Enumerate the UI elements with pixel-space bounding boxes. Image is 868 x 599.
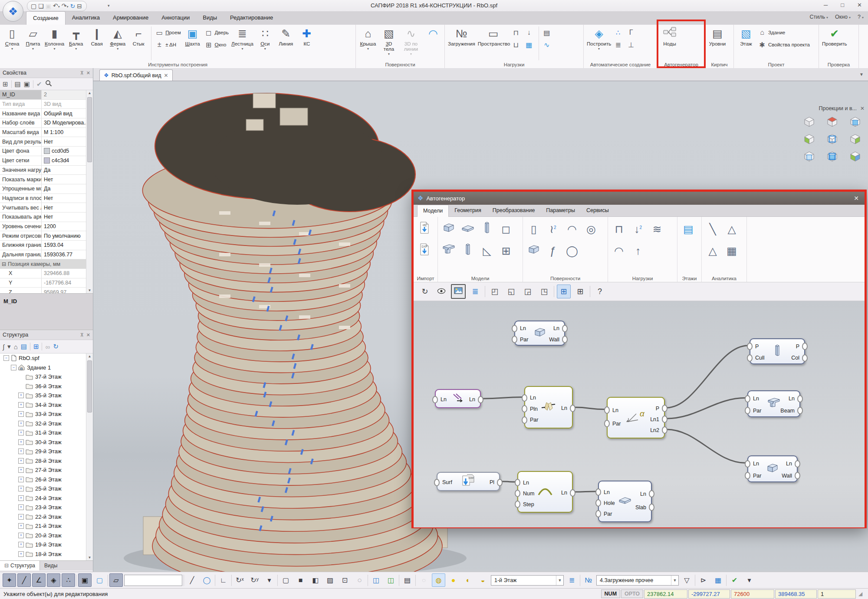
ribbon-button-Дверь[interactable]: ◻Дверь xyxy=(204,27,229,38)
image-icon[interactable] xyxy=(451,284,466,299)
app-logo[interactable]: ❖ xyxy=(3,1,23,22)
close-icon[interactable]: ✕ xyxy=(86,332,90,338)
apply-icon[interactable]: ✔ xyxy=(36,80,42,88)
input-port-Ln[interactable] xyxy=(512,325,517,332)
snap-line-icon[interactable]: ╱ xyxy=(17,573,31,587)
clip-plane-icon[interactable]: ◫ xyxy=(384,573,398,587)
revolve-icon[interactable]: ◎ xyxy=(582,219,600,239)
analytic-tri-icon[interactable]: △ xyxy=(723,219,741,239)
property-value[interactable]: Да xyxy=(42,166,87,175)
ribbon-button-vehicle-load-icon[interactable]: ▦ xyxy=(525,39,535,50)
close-icon[interactable]: ✕ xyxy=(852,195,861,202)
autogenerator-title-bar[interactable]: ❖ Автогенератор ✕ xyxy=(414,192,865,205)
layout-grid-filled-icon[interactable]: ⊞ xyxy=(557,285,571,298)
collapse-icon[interactable]: − xyxy=(11,365,16,370)
property-value[interactable]: По умолчанию xyxy=(42,231,87,240)
tree-item-23-й Этаж[interactable]: +23-й Этаж xyxy=(0,503,93,512)
add-frame-icon[interactable]: ⊞ xyxy=(33,343,39,350)
ribbon-button-Лестница[interactable]: ≣Лестница▾ xyxy=(230,26,255,51)
expand-icon[interactable]: + xyxy=(18,458,24,464)
expand-icon[interactable]: + xyxy=(18,411,24,417)
panel-tab-Виды[interactable]: Виды xyxy=(40,561,62,570)
qat-more-icon[interactable]: ▾ xyxy=(108,3,110,8)
box-icon[interactable] xyxy=(525,241,543,260)
point-load-icon[interactable]: ↓2 xyxy=(629,219,647,239)
view-tab[interactable]: ❖ RbO.spf:Общий вид ✕ xyxy=(99,69,173,81)
left-view-icon[interactable] xyxy=(803,133,815,147)
scroll-thumb[interactable] xyxy=(87,97,92,162)
analytic-line-icon[interactable]: ╲ xyxy=(704,219,722,239)
tree-item-28-й Этаж[interactable]: +28-й Этаж xyxy=(0,456,93,466)
property-value[interactable]: Нет xyxy=(42,137,87,146)
close-icon[interactable]: ✕ xyxy=(86,70,90,76)
property-value[interactable]: Нет xyxy=(42,203,87,212)
menu-Стиль[interactable]: Стиль▾ xyxy=(809,14,828,20)
node-split[interactable]: LnPlnParLn xyxy=(524,386,573,429)
tab-Аннотации[interactable]: Аннотации xyxy=(155,11,196,25)
scroll-down-icon[interactable]: ▼ xyxy=(86,556,93,560)
list-view-icon[interactable]: ▤ xyxy=(15,80,21,88)
ribbon-button-piles-gen-icon[interactable]: ∴ xyxy=(614,27,624,38)
property-value[interactable]: Да xyxy=(42,184,87,193)
output-port-Ln[interactable] xyxy=(478,396,483,403)
import-obj-icon[interactable]: obj xyxy=(415,219,434,239)
output-port-Col[interactable] xyxy=(802,354,808,362)
verify-icon[interactable]: ✔ xyxy=(728,573,741,587)
regen-icon[interactable]: ↻ xyxy=(418,285,432,298)
autogen-tab-Преобразование[interactable]: Преобразование xyxy=(487,205,541,216)
more-icon[interactable]: ▾ xyxy=(263,573,276,587)
beam-icon[interactable] xyxy=(440,241,458,260)
update-model-icon[interactable]: ↻ xyxy=(70,2,76,10)
property-value[interactable]: -167796.84 xyxy=(42,278,87,288)
ribbon-button-Окно[interactable]: ⊞Окно xyxy=(204,39,229,50)
ribbon-button-Колонна[interactable]: ▮Колонна▾ xyxy=(43,26,66,51)
input-port-Ln[interactable] xyxy=(595,488,601,496)
property-value[interactable]: Нет xyxy=(42,194,87,203)
bulb-select-icon[interactable]: ◍ xyxy=(432,573,445,587)
scroll-down-icon[interactable]: ▼ xyxy=(86,288,93,292)
tree-item-35-й Этаж[interactable]: +35-й Этаж xyxy=(0,391,93,400)
input-port-Step[interactable] xyxy=(515,501,520,508)
ribbon-button-Загружения[interactable]: №Загружения xyxy=(447,26,477,46)
input-port-Surf[interactable] xyxy=(434,479,440,486)
output-port-Slab[interactable] xyxy=(649,504,654,511)
panel-tab-Структура[interactable]: ⊟Структура xyxy=(0,561,40,570)
search-icon[interactable] xyxy=(45,80,52,88)
shell-icon[interactable]: ◠ xyxy=(563,219,581,239)
front-view-icon[interactable] xyxy=(849,116,861,129)
redo-icon[interactable]: ↷▾ xyxy=(62,1,69,11)
import-dxf-icon[interactable]: DXF xyxy=(415,241,434,260)
tree-item-31-й Этаж[interactable]: +31-й Этаж xyxy=(0,428,93,438)
tree-item-34-й Этаж[interactable]: +34-й Этаж xyxy=(0,400,93,410)
node-wall1[interactable]: LnParLnWall xyxy=(514,321,565,346)
tree-item-22-й Этаж[interactable]: +22-й Этаж xyxy=(0,512,93,522)
input-port-Pln[interactable] xyxy=(522,405,527,412)
input-port-Ln[interactable] xyxy=(745,395,750,403)
minimize-button[interactable]: ─ xyxy=(820,0,831,10)
wall-icon[interactable] xyxy=(440,219,458,239)
output-port-Pl[interactable] xyxy=(497,479,503,486)
tree-item-Здание 1[interactable]: −Здание 1 xyxy=(0,363,93,373)
iso-view-icon[interactable] xyxy=(803,116,815,129)
dropdown-arrow-icon[interactable]: ▼ xyxy=(556,576,563,585)
help-icon[interactable]: ? xyxy=(593,285,607,298)
node-wall2[interactable]: LnParLnWall xyxy=(747,455,798,482)
ribbon-button-Свая[interactable]: ❙Свая xyxy=(86,26,107,46)
node-beam[interactable]: LnParLnBeam xyxy=(747,390,800,417)
property-value[interactable]: Нет xyxy=(42,213,87,222)
input-port-P[interactable] xyxy=(747,343,753,350)
column2-icon[interactable] xyxy=(478,219,496,239)
tree-item-24-й Этаж[interactable]: +24-й Этаж xyxy=(0,494,93,503)
magnet-screen-icon[interactable]: ▣ xyxy=(78,573,92,587)
property-value[interactable]: 2 xyxy=(42,90,87,99)
output-port-Ln[interactable] xyxy=(570,405,575,412)
filter-icon[interactable]: ∫ xyxy=(3,343,4,350)
expand-icon[interactable]: + xyxy=(18,514,24,520)
snap-center-icon[interactable]: ◈ xyxy=(47,573,60,587)
resize-grip[interactable]: ◢ xyxy=(858,591,866,597)
ribbon-button-Построить[interactable]: ◈Построить▾ xyxy=(585,26,612,51)
floor-select[interactable]: 1-й Этаж▼ xyxy=(491,575,564,586)
door-icon[interactable]: ◻ xyxy=(497,219,515,239)
dome-icon[interactable]: ◯ xyxy=(563,241,581,260)
ribbon-button-Плита[interactable]: ▱Плита▾ xyxy=(23,26,43,51)
